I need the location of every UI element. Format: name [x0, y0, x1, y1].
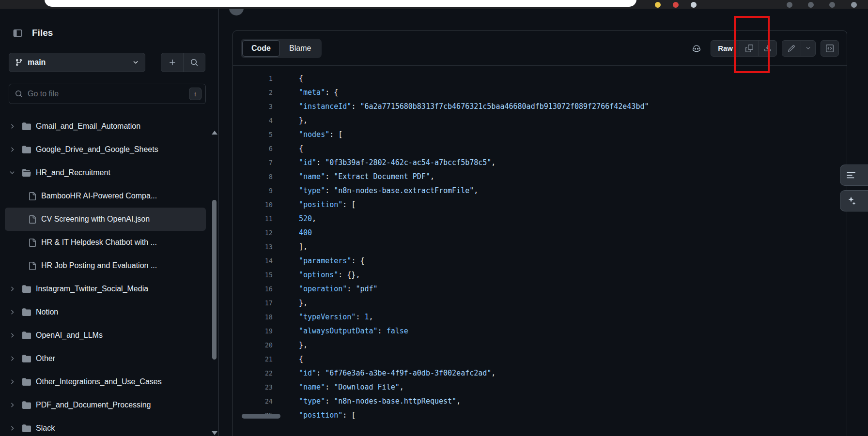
- collapse-sidebar-button[interactable]: [9, 24, 26, 42]
- tree-item-hr-it-helpdesk-chatbot-with[interactable]: HR & IT Helpdesk Chatbot with ...: [5, 231, 206, 254]
- line-number[interactable]: 14: [233, 254, 273, 268]
- chevron-right-icon[interactable]: [7, 121, 17, 132]
- horizontal-scrollbar[interactable]: [238, 414, 842, 419]
- tree-item-cv-screening-with-openai-json[interactable]: CV Screening with OpenAI.json: [5, 208, 206, 231]
- scroll-up-arrow-icon[interactable]: [212, 131, 217, 135]
- line-number[interactable]: 2: [233, 86, 273, 100]
- code-line-content: {: [273, 72, 303, 86]
- line-number[interactable]: 6: [233, 142, 273, 156]
- tree-item-bamboohr-ai-powered-compa[interactable]: BambooHR AI-Powered Compa...: [5, 184, 206, 208]
- tree-item-hr-job-posting-and-evaluation[interactable]: HR Job Posting and Evaluation ...: [5, 254, 206, 277]
- keyboard-shortcut-badge: t: [189, 88, 202, 100]
- browser-extension-icon[interactable]: [691, 2, 697, 8]
- chevron-right-icon[interactable]: [7, 307, 17, 317]
- outline-toggle-button[interactable]: [840, 165, 868, 186]
- symbols-panel-button[interactable]: [821, 40, 839, 57]
- chevron-right-icon[interactable]: [7, 330, 17, 341]
- folder-icon: [22, 423, 31, 433]
- go-to-file-input[interactable]: [27, 89, 185, 99]
- chevron-right-icon[interactable]: [7, 423, 17, 434]
- line-number[interactable]: 3: [233, 100, 273, 114]
- tree-item-notion[interactable]: Notion: [5, 301, 206, 324]
- tree-item-instagram-twitter-social-media[interactable]: Instagram_Twitter_Social_Media: [5, 277, 206, 301]
- line-number[interactable]: 21: [233, 352, 273, 366]
- tree-item-label: Other: [36, 354, 55, 363]
- line-number[interactable]: 11: [233, 212, 273, 226]
- copilot-sparkle-button[interactable]: [840, 190, 868, 211]
- line-number[interactable]: 9: [233, 184, 273, 198]
- folder-icon: [22, 284, 31, 294]
- chevron-right-icon[interactable]: [7, 284, 17, 294]
- tab-blame[interactable]: Blame: [280, 40, 320, 57]
- scrollbar-thumb[interactable]: [212, 200, 217, 360]
- browser-toolbar-icon[interactable]: [808, 2, 814, 8]
- line-number[interactable]: 17: [233, 296, 273, 310]
- line-number[interactable]: 22: [233, 366, 273, 380]
- edit-file-button[interactable]: [782, 41, 801, 56]
- code-line: 13],: [233, 240, 847, 254]
- line-number[interactable]: 5: [233, 128, 273, 142]
- line-number[interactable]: 15: [233, 268, 273, 282]
- edit-dropdown-button[interactable]: [801, 41, 815, 56]
- chevron-right-icon[interactable]: [7, 400, 17, 410]
- tree-actions-group: [161, 53, 205, 72]
- raw-actions-group: Raw: [711, 40, 777, 57]
- tree-item-label: OpenAI_and_LLMs: [36, 331, 103, 340]
- line-number[interactable]: 10: [233, 198, 273, 212]
- tree-item-hr-and-recruitment[interactable]: HR_and_Recruitment: [5, 161, 206, 184]
- line-number[interactable]: 19: [233, 324, 273, 338]
- file-tree: Gmail_and_Email_AutomationGoogle_Drive_a…: [0, 115, 218, 436]
- browser-toolbar-icon[interactable]: [787, 2, 792, 8]
- browser-toolbar-icon[interactable]: [829, 2, 835, 8]
- browser-extension-icon[interactable]: [673, 2, 679, 8]
- line-number[interactable]: 4: [233, 114, 273, 128]
- line-number[interactable]: 16: [233, 282, 273, 296]
- tree-item-slack[interactable]: Slack: [5, 417, 206, 436]
- tree-item-other[interactable]: Other: [5, 347, 206, 370]
- chevron-down-icon[interactable]: [7, 167, 17, 178]
- line-number[interactable]: 18: [233, 310, 273, 324]
- copy-raw-button[interactable]: [740, 41, 758, 56]
- tree-item-openai-and-llms[interactable]: OpenAI_and_LLMs: [5, 324, 206, 347]
- sparkles-icon: [846, 196, 856, 206]
- add-file-button[interactable]: [161, 53, 183, 72]
- tree-item-pdf-and-document-processing[interactable]: PDF_and_Document_Processing: [5, 393, 206, 417]
- line-number[interactable]: 23: [233, 380, 273, 394]
- scroll-down-arrow-icon[interactable]: [212, 431, 217, 435]
- browser-extension-icon[interactable]: [655, 2, 661, 8]
- chevron-right-icon[interactable]: [7, 353, 17, 364]
- line-number[interactable]: 20: [233, 338, 273, 352]
- sidebar-header: Files: [0, 9, 218, 43]
- code-line: 1{: [233, 72, 847, 86]
- browser-address-bar[interactable]: [45, 0, 636, 7]
- go-to-file-field[interactable]: t: [9, 84, 206, 104]
- code-line: 10"position": [: [233, 198, 847, 212]
- line-number[interactable]: 8: [233, 170, 273, 184]
- tree-item-google-drive-and-google-sheets[interactable]: Google_Drive_and_Google_Sheets: [5, 138, 206, 161]
- code-line: 5"nodes": [: [233, 128, 847, 142]
- code-line: 18"typeVersion": 1,: [233, 310, 847, 324]
- tree-item-other-integrations-and-use-cases[interactable]: Other_Integrations_and_Use_Cases: [5, 370, 206, 393]
- search-this-repo-button[interactable]: [183, 53, 205, 72]
- tab-code[interactable]: Code: [242, 40, 280, 57]
- branch-selector[interactable]: main: [9, 53, 145, 72]
- line-number[interactable]: 7: [233, 156, 273, 170]
- scrollbar-thumb[interactable]: [242, 414, 280, 419]
- browser-profile-icon[interactable]: [851, 2, 857, 8]
- tree-item-gmail-and-email-automation[interactable]: Gmail_and_Email_Automation: [5, 115, 206, 138]
- chevron-right-icon[interactable]: [7, 144, 17, 155]
- line-number[interactable]: 12: [233, 226, 273, 240]
- raw-button[interactable]: Raw: [711, 41, 740, 56]
- code-line-content: "nodes": [: [273, 128, 342, 142]
- current-branch-label: main: [28, 58, 46, 67]
- line-number[interactable]: 13: [233, 240, 273, 254]
- code-line-content: },: [273, 338, 308, 352]
- git-branch-icon: [15, 59, 23, 66]
- copilot-button[interactable]: [687, 40, 706, 57]
- line-number[interactable]: 1: [233, 72, 273, 86]
- sidebar-scrollbar[interactable]: [211, 131, 217, 435]
- download-raw-button[interactable]: [758, 41, 776, 56]
- goto-row: t: [0, 84, 218, 104]
- line-number[interactable]: 24: [233, 394, 273, 408]
- chevron-right-icon[interactable]: [7, 376, 17, 387]
